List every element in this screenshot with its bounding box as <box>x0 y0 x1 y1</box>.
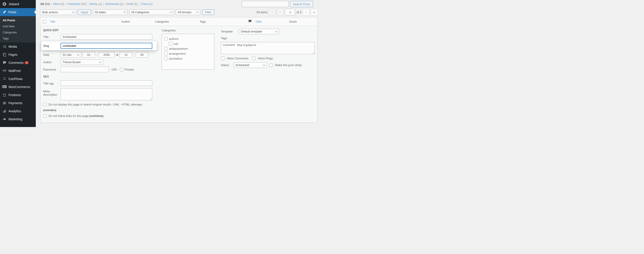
qe-title-input[interactable] <box>60 34 152 40</box>
sidebar-label: Media <box>8 45 17 48</box>
seo-noindex-label: Do not display this page in search engin… <box>48 103 142 106</box>
filter-trash[interactable]: Trash (1) <box>141 2 152 6</box>
bulk-actions-select[interactable]: Bulk actions <box>40 10 76 15</box>
admin-sidebar: Jetpack Posts All Posts Add New Categori… <box>0 0 36 127</box>
qe-year-input[interactable] <box>98 52 115 58</box>
col-author: Author <box>122 20 155 23</box>
dates-select[interactable]: All dates <box>93 10 128 15</box>
svg-rect-6 <box>3 94 6 96</box>
page-input[interactable] <box>285 9 295 16</box>
seo-title-tag-input[interactable] <box>60 80 152 86</box>
svg-rect-11 <box>5 110 6 113</box>
filter-sticky[interactable]: Sticky (1) <box>90 2 102 6</box>
filter-all[interactable]: All (54) <box>40 2 50 6</box>
sidebar-item-mailpoet[interactable]: MailPoet <box>0 67 36 75</box>
prev-page-button[interactable]: ‹ <box>277 9 284 16</box>
table-header: Title Author Categories Tags Date Score <box>40 17 318 26</box>
cat-checkbox[interactable] <box>164 57 168 60</box>
megaphone-icon <box>2 117 7 121</box>
cat-checkbox[interactable] <box>164 47 168 50</box>
sidebar-sub-all-posts[interactable]: All Posts <box>0 17 36 23</box>
qe-slug-input[interactable] <box>60 43 152 49</box>
sidebar-item-payments[interactable]: $ Payments <box>0 99 36 107</box>
col-date[interactable]: Date <box>256 20 289 23</box>
analytics-icon <box>2 109 7 113</box>
seo-noindex-checkbox[interactable] <box>43 103 47 106</box>
sidebar-item-woocommerce[interactable]: Woo WooCommerce <box>0 83 36 91</box>
woo-icon: Woo <box>2 85 7 89</box>
svg-point-1 <box>3 46 5 47</box>
seo-title-tag-label: Title tag <box>43 80 60 85</box>
sidebar-sub-add-new[interactable]: Add New <box>0 23 36 29</box>
qe-slug-label: Slug <box>43 44 60 48</box>
filter-scheduled[interactable]: Scheduled (1) <box>105 2 124 6</box>
svg-rect-3 <box>4 54 6 56</box>
products-icon <box>2 93 7 97</box>
pin-icon <box>2 10 7 14</box>
categories-select[interactable]: All Categories <box>129 10 174 15</box>
sidebar-item-analytics[interactable]: Analytics <box>0 107 36 115</box>
qe-author-label: Author <box>43 60 60 64</box>
sidebar-item-posts[interactable]: Posts <box>0 8 36 16</box>
qe-tags-textarea[interactable] <box>221 42 314 54</box>
qe-allow-comments-checkbox[interactable] <box>221 56 224 60</box>
filter-mine[interactable]: Mine (3) <box>54 2 64 6</box>
qe-at: at <box>116 53 118 56</box>
svg-rect-9 <box>3 111 4 112</box>
sidebar-item-pages[interactable]: Pages <box>0 51 36 59</box>
qe-status-select[interactable]: Scheduled <box>234 62 267 68</box>
payments-icon: $ <box>2 101 7 105</box>
formats-select[interactable]: All formats <box>176 10 200 15</box>
col-title[interactable]: Title <box>50 20 122 23</box>
sidebar-item-comments[interactable]: Comments 3 <box>0 59 36 67</box>
qe-or: –OR– <box>109 68 120 71</box>
apply-button[interactable]: Apply <box>78 10 91 15</box>
qe-template-select[interactable]: Default template <box>239 29 279 34</box>
pages-icon <box>2 52 7 57</box>
filter-draft[interactable]: Draft (1) <box>127 2 138 6</box>
sidebar-item-cartflows[interactable]: CartFlows <box>0 75 36 83</box>
filter-button[interactable]: Filter <box>202 10 214 15</box>
cat-checkbox[interactable] <box>164 37 168 41</box>
search-button[interactable]: Search Posts <box>290 1 313 7</box>
qe-month-select[interactable]: 01-Jan <box>60 52 81 58</box>
sidebar-item-media[interactable]: Media <box>0 43 36 51</box>
cat-item: arrangement <box>164 51 212 56</box>
next-page-button[interactable]: › <box>303 9 310 16</box>
select-all-checkbox[interactable] <box>43 20 46 24</box>
sidebar-label: Comments <box>8 61 24 65</box>
qe-allow-pings-checkbox[interactable] <box>252 56 256 60</box>
search-input[interactable] <box>242 1 289 7</box>
qe-private-label: Private <box>124 68 134 71</box>
qe-author-select[interactable]: Theme Buster <box>60 59 103 65</box>
sidebar-label: Posts <box>8 10 16 14</box>
pagination: 54 items « ‹ of 3 › » <box>256 9 318 16</box>
seo-meta-desc-textarea[interactable] <box>60 88 152 100</box>
col-score: Score <box>289 20 315 23</box>
sidebar-item-marketing[interactable]: Marketing <box>0 115 36 123</box>
cat-item: antiquarianism <box>164 46 212 51</box>
sidebar-item-products[interactable]: Products <box>0 91 36 99</box>
seo-nofollow-checkbox[interactable] <box>43 114 47 117</box>
qe-minute-input[interactable] <box>136 52 148 58</box>
cat-checkbox[interactable] <box>164 52 168 55</box>
qe-sticky-label: Make this post sticky <box>275 63 302 67</box>
qe-private-checkbox[interactable] <box>120 68 124 71</box>
quick-edit-panel: QUICK EDIT Title Slug Date 01-Jan , <box>40 26 318 123</box>
slug-row-highlight: Slug <box>41 41 157 50</box>
qe-sticky-checkbox[interactable] <box>269 63 273 67</box>
comment-icon <box>248 19 252 24</box>
filter-published[interactable]: Published (52) <box>68 2 86 6</box>
qe-hour-input[interactable] <box>120 52 132 58</box>
qe-title-label: Title <box>43 35 60 39</box>
qe-day-input[interactable] <box>82 52 95 58</box>
sidebar-item-jetpack[interactable]: Jetpack <box>0 0 36 8</box>
first-page-button[interactable]: « <box>269 9 276 16</box>
col-comments[interactable] <box>244 19 256 24</box>
sidebar-sub-categories[interactable]: Categories <box>0 29 36 35</box>
sidebar-sub-tags[interactable]: Tags <box>0 35 36 41</box>
qe-password-input[interactable] <box>60 67 109 72</box>
last-page-button[interactable]: » <box>311 9 318 16</box>
cat-checkbox[interactable] <box>168 42 172 46</box>
qe-categories-box[interactable]: aciform sub antiquarianism arrangement a… <box>162 34 214 70</box>
